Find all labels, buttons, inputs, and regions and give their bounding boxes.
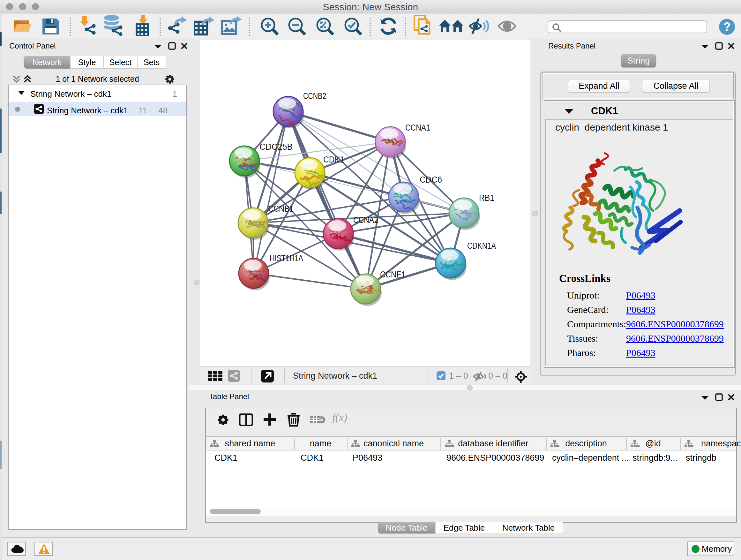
svg-text:HIST1H1A: HIST1H1A	[270, 253, 303, 263]
svg-text:CCNA2: CCNA2	[353, 215, 378, 225]
svg-text:CCNE1: CCNE1	[380, 270, 406, 279]
svg-text:CDC25B: CDC25B	[259, 142, 293, 152]
svg-text:CCNB1: CCNB1	[268, 204, 293, 213]
svg-text:RB1: RB1	[479, 193, 494, 203]
svg-text:CDC6: CDC6	[420, 175, 442, 185]
svg-text:CCNB2: CCNB2	[303, 91, 326, 101]
svg-text:CCNA1: CCNA1	[405, 123, 430, 132]
svg-text:CDK1: CDK1	[323, 155, 344, 165]
svg-text:?: ?	[724, 20, 731, 33]
svg-text:CDKN1A: CDKN1A	[467, 241, 496, 251]
